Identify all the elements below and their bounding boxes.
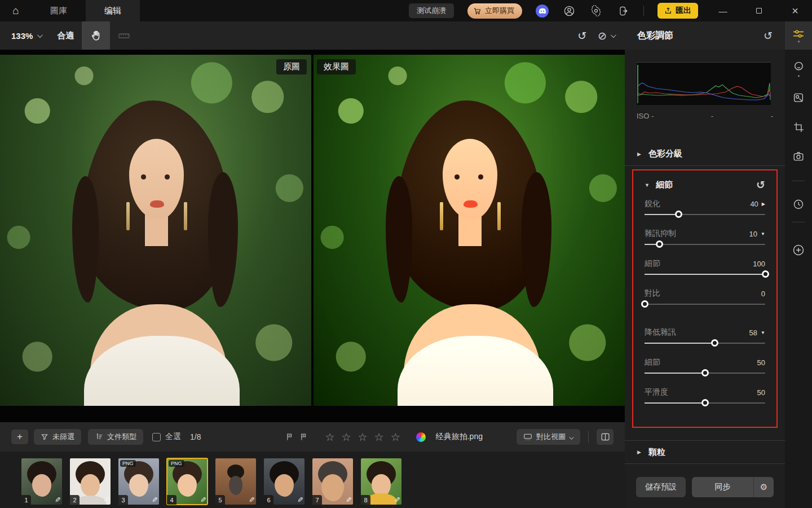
edit-pencil-icon[interactable]: ✎: [394, 496, 400, 504]
filmstrip-thumbnail-4-selected[interactable]: PNG 4 ✎: [167, 458, 208, 505]
rail-filters-button[interactable]: [785, 87, 812, 108]
settings-button[interactable]: [589, 4, 603, 17]
slider-sharpen: 銳化 40▶: [645, 199, 765, 220]
flag-pick-icon[interactable]: [285, 432, 294, 441]
rail-history-button[interactable]: [785, 194, 812, 215]
rail-adjustments-button[interactable]: [785, 21, 812, 50]
flag-reject-icon[interactable]: [299, 432, 308, 441]
slider-track[interactable]: [645, 402, 765, 404]
tab-library[interactable]: 圖庫: [32, 0, 86, 21]
sync-settings-button[interactable]: ⚙: [754, 477, 774, 497]
slider-value[interactable]: 10▼: [749, 230, 765, 238]
edit-pencil-icon[interactable]: ✎: [346, 496, 352, 504]
rail-crop-button[interactable]: [785, 116, 812, 138]
test-crash-button[interactable]: 测试崩溃: [409, 3, 454, 18]
logout-button[interactable]: [616, 4, 630, 17]
filmstrip-thumbnail-3[interactable]: PNG 3 ✎: [118, 458, 159, 505]
thumbnail-number: 1: [21, 495, 31, 505]
zoom-level-dropdown[interactable]: 133%: [0, 31, 49, 41]
slider-value: 100: [753, 260, 765, 268]
add-photos-button[interactable]: +: [11, 430, 28, 444]
rail-divider: [792, 181, 805, 181]
tab-edit[interactable]: 编辑: [86, 0, 140, 21]
filmstrip-thumbnail-5[interactable]: 5 ✎: [215, 458, 256, 505]
edit-pencil-icon[interactable]: ✎: [200, 496, 206, 504]
original-image-pane[interactable]: 原圖: [0, 55, 311, 406]
detail-section-highlighted: ▼ 細節 ↺ 銳化 40▶ 雜訊抑制 10▼ 細節 100 對比: [632, 169, 778, 428]
slider-track[interactable]: [645, 274, 765, 275]
filter-button[interactable]: 未篩選: [34, 429, 81, 445]
slider-handle[interactable]: [641, 300, 648, 308]
preview-toggle-button[interactable]: ⊘: [598, 30, 615, 41]
fit-view-button[interactable]: 合適: [49, 30, 82, 41]
slider-track[interactable]: [645, 214, 765, 215]
edit-pencil-icon[interactable]: ✎: [249, 496, 255, 504]
reset-detail-icon[interactable]: ↺: [756, 179, 765, 190]
split-view-button[interactable]: [597, 429, 614, 445]
account-button[interactable]: [562, 4, 576, 17]
reset-adjustments-icon[interactable]: ↺: [577, 30, 586, 41]
split-view-icon: [601, 432, 610, 441]
slider-value[interactable]: 40▶: [750, 200, 765, 208]
edit-pencil-icon[interactable]: ✎: [103, 496, 109, 504]
slider-handle[interactable]: [701, 369, 709, 376]
filmstrip-thumbnail-6[interactable]: 6 ✎: [264, 458, 304, 505]
thumbnail-photo: [81, 474, 100, 497]
maximize-icon: [756, 8, 762, 14]
panel-footer: 儲存預設 同步 ⚙: [636, 477, 774, 497]
compare-view-icon: [523, 433, 532, 441]
rail-add-button[interactable]: [785, 239, 812, 261]
color-label-icon[interactable]: [416, 432, 426, 442]
rail-portrait-button[interactable]: [785, 58, 812, 79]
slider-handle[interactable]: [656, 240, 663, 248]
compare-view-dropdown[interactable]: 對比視圖: [517, 429, 580, 445]
edit-pencil-icon[interactable]: ✎: [152, 496, 158, 504]
save-preset-button[interactable]: 儲存預設: [636, 477, 686, 497]
section-grain[interactable]: ▶ 顆粒: [625, 440, 785, 464]
rail-divider: [792, 222, 805, 222]
maximize-button[interactable]: [748, 0, 770, 21]
star-rating-4[interactable]: ☆: [374, 431, 385, 444]
slider-value[interactable]: 58▼: [749, 329, 765, 337]
star-rating-1[interactable]: ☆: [325, 431, 336, 444]
slider-track[interactable]: [645, 244, 765, 245]
filmstrip-thumbnail-8[interactable]: 8 ✎: [361, 458, 401, 505]
export-button[interactable]: 匯出: [657, 3, 698, 19]
titlebar: ⌂ 圖庫 编辑 测试崩溃 立即購買: [0, 0, 812, 21]
effect-image-pane[interactable]: 效果圖: [314, 55, 625, 406]
rail-camera-button[interactable]: [785, 146, 812, 167]
hand-tool-button[interactable]: [82, 21, 110, 50]
edit-pencil-icon[interactable]: ✎: [55, 496, 61, 504]
star-rating-3[interactable]: ☆: [358, 431, 369, 444]
sync-button[interactable]: 同步: [692, 477, 754, 497]
thumbnail-number: 5: [215, 495, 225, 505]
filmstrip-thumbnail-2[interactable]: 2 ✎: [70, 458, 111, 505]
discord-icon[interactable]: [536, 5, 549, 17]
canvas-area: 原圖 效果圖: [0, 50, 625, 422]
filmstrip-thumbnail-1[interactable]: 1 ✎: [21, 458, 62, 505]
format-badge: PNG: [169, 460, 184, 467]
filmstrip-thumbnail-7[interactable]: 7 ✎: [312, 458, 353, 505]
slider-handle[interactable]: [711, 339, 718, 347]
slider-track[interactable]: [645, 304, 765, 305]
home-button[interactable]: ⌂: [0, 0, 32, 21]
section-detail[interactable]: ▼ 細節 ↺: [640, 177, 770, 190]
exif-info-row: ISO - - -: [637, 112, 773, 120]
close-button[interactable]: ×: [784, 0, 806, 21]
slider-handle[interactable]: [701, 399, 709, 406]
section-color-grading[interactable]: ▶ 色彩分級: [625, 142, 785, 166]
current-filename: 经典旅拍.png: [436, 432, 483, 442]
chevron-down-icon: [569, 435, 573, 439]
edit-pencil-icon[interactable]: ✎: [297, 496, 303, 504]
slider-track[interactable]: [645, 373, 765, 374]
buy-now-button[interactable]: 立即購買: [467, 3, 522, 19]
minimize-button[interactable]: —: [712, 0, 734, 21]
slider-track[interactable]: [645, 343, 765, 344]
star-rating-5[interactable]: ☆: [391, 431, 401, 444]
star-rating-2[interactable]: ☆: [342, 431, 352, 444]
select-all-checkbox[interactable]: [152, 433, 161, 441]
slider-handle[interactable]: [762, 270, 769, 278]
slider-handle[interactable]: [675, 211, 682, 218]
file-type-sort-button[interactable]: 文件類型: [88, 429, 143, 445]
reset-panel-icon[interactable]: ↺: [764, 30, 773, 41]
